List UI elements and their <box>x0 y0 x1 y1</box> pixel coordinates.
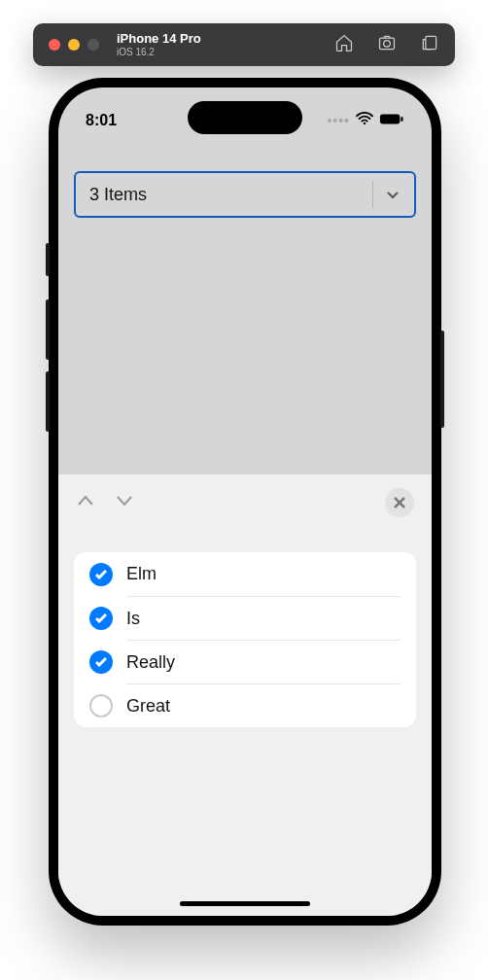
battery-icon <box>379 112 404 129</box>
options-list: Elm Is Really Great <box>74 552 416 727</box>
mute-switch[interactable] <box>46 243 50 276</box>
option-label: Great <box>126 683 401 727</box>
phone-frame: 8:01 •••• 3 Items <box>49 78 441 926</box>
status-time: 8:01 <box>86 112 117 129</box>
check-icon <box>89 607 113 630</box>
svg-point-1 <box>384 41 391 48</box>
svg-rect-0 <box>380 38 395 50</box>
dynamic-island <box>188 101 302 134</box>
window-controls <box>49 39 99 51</box>
phone-screen: 8:01 •••• 3 Items <box>58 88 432 916</box>
picker-panel: Elm Is Really Great <box>58 474 432 916</box>
check-icon <box>89 650 113 674</box>
option-row[interactable]: Great <box>74 683 416 727</box>
rotate-icon[interactable] <box>420 33 439 56</box>
close-window-button[interactable] <box>49 39 60 51</box>
svg-rect-4 <box>380 114 400 123</box>
minimize-window-button[interactable] <box>68 39 80 51</box>
simulator-titlebar: iPhone 14 Pro iOS 16.2 <box>33 23 455 66</box>
home-indicator[interactable] <box>180 901 310 906</box>
option-label: Elm <box>126 552 401 596</box>
option-row[interactable]: Is <box>74 596 416 640</box>
svg-rect-5 <box>401 117 402 122</box>
option-label: Really <box>126 640 401 683</box>
multiselect-summary: 3 Items <box>89 185 147 205</box>
close-picker-button[interactable] <box>385 488 414 517</box>
svg-point-3 <box>364 122 366 124</box>
device-name: iPhone 14 Pro <box>117 32 201 46</box>
unchecked-icon <box>89 694 113 718</box>
prev-field-button[interactable] <box>76 494 95 511</box>
volume-up-button[interactable] <box>46 299 50 360</box>
check-icon <box>89 563 113 586</box>
os-version: iOS 16.2 <box>117 47 201 57</box>
cellular-indicator: •••• <box>327 113 350 128</box>
input-accessory-bar <box>58 474 432 531</box>
zoom-window-button[interactable] <box>87 39 99 51</box>
multiselect-field[interactable]: 3 Items <box>74 171 416 218</box>
volume-down-button[interactable] <box>46 371 50 432</box>
simulator-title: iPhone 14 Pro iOS 16.2 <box>117 32 201 57</box>
home-icon[interactable] <box>334 33 354 56</box>
wifi-icon <box>356 112 373 129</box>
option-row[interactable]: Elm <box>74 552 416 596</box>
option-row[interactable]: Really <box>74 640 416 683</box>
screenshot-icon[interactable] <box>377 33 397 56</box>
power-button[interactable] <box>440 331 444 428</box>
next-field-button[interactable] <box>115 494 134 511</box>
chevron-down-icon <box>372 181 401 208</box>
svg-rect-2 <box>426 36 436 49</box>
option-label: Is <box>126 596 401 640</box>
